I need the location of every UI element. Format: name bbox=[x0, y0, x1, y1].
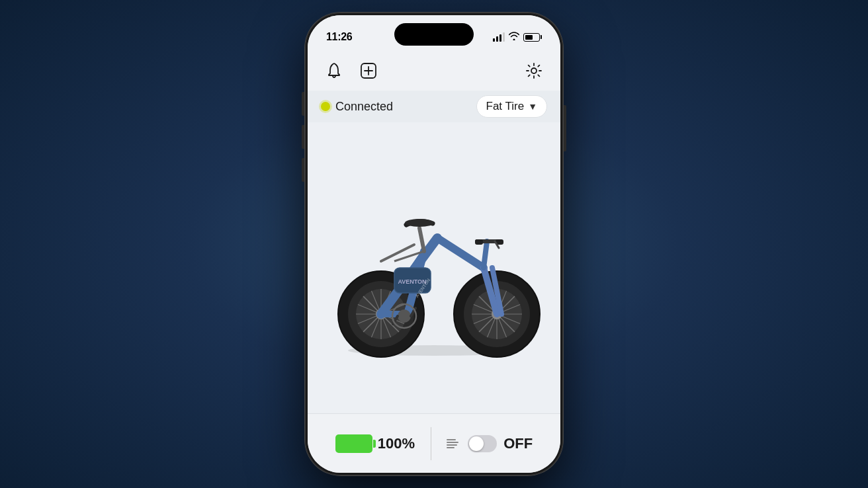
battery-percent: 100% bbox=[378, 435, 415, 452]
bottom-stats: 100% OFF bbox=[308, 413, 560, 473]
settings-button[interactable] bbox=[523, 60, 544, 81]
connection-status: Connected bbox=[321, 100, 393, 114]
signal-bars-icon bbox=[493, 32, 505, 42]
status-time: 11:26 bbox=[326, 31, 352, 43]
status-icons bbox=[493, 32, 542, 42]
svg-rect-35 bbox=[475, 239, 483, 245]
nav-left bbox=[324, 60, 379, 81]
power-toggle[interactable] bbox=[468, 435, 497, 452]
status-dot bbox=[321, 102, 330, 111]
svg-point-37 bbox=[405, 219, 434, 227]
connection-status-text: Connected bbox=[335, 100, 393, 114]
status-bar: 11:26 bbox=[308, 15, 560, 51]
bike-image: AVENTON bbox=[322, 175, 546, 360]
fan-icon bbox=[447, 439, 458, 448]
bike-name: Fat Tire bbox=[486, 100, 525, 113]
svg-point-3 bbox=[531, 68, 537, 73]
battery-indicator-icon bbox=[335, 434, 372, 453]
dynamic-island bbox=[394, 23, 474, 46]
phone-frame: 11:26 bbox=[305, 13, 563, 475]
battery-stat: 100% bbox=[335, 434, 415, 453]
top-nav bbox=[308, 51, 560, 91]
bell-button[interactable] bbox=[324, 60, 345, 81]
bike-selector-dropdown[interactable]: Fat Tire ▼ bbox=[476, 95, 547, 118]
bike-display: AVENTON bbox=[308, 122, 560, 413]
battery-icon bbox=[523, 33, 542, 42]
svg-point-39 bbox=[398, 309, 411, 323]
add-button[interactable] bbox=[358, 60, 379, 81]
connection-bar: Connected Fat Tire ▼ bbox=[308, 91, 560, 122]
wifi-icon bbox=[509, 32, 519, 42]
toggle-state-label: OFF bbox=[503, 435, 533, 452]
toggle-display: OFF bbox=[447, 435, 533, 452]
chevron-down-icon: ▼ bbox=[528, 101, 537, 112]
battery-display: 100% bbox=[335, 434, 415, 453]
toggle-stat: OFF bbox=[447, 435, 533, 452]
phone-screen: 11:26 bbox=[308, 15, 560, 473]
stat-divider bbox=[431, 427, 431, 460]
